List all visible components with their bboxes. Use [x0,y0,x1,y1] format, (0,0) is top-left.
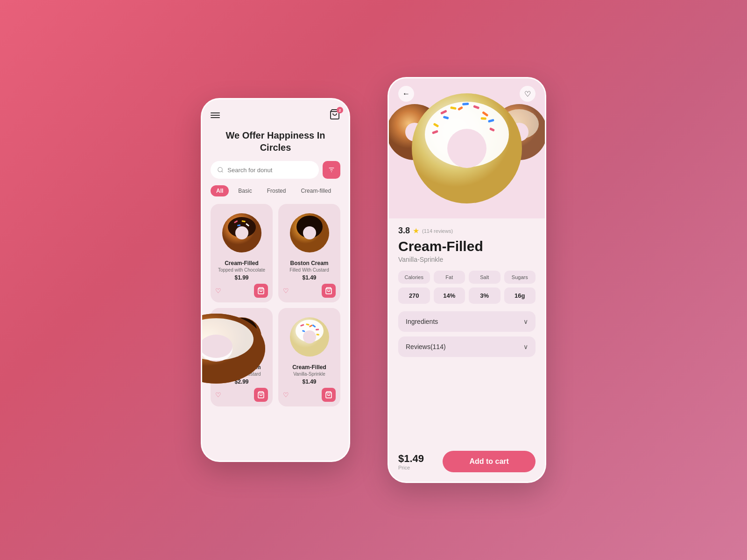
add-cart-btn-4[interactable] [322,388,336,402]
svg-rect-33 [316,329,319,330]
tab-all[interactable]: All [211,185,229,196]
product-price-4: $1.49 [283,378,336,385]
screens-container: 2 We Offer Happiness In Circles [201,77,546,483]
rating-value: 3.8 [398,226,410,236]
favorite-btn-4[interactable]: ♡ [283,391,289,399]
product-sub-1: Topped with Chocolate [215,267,268,273]
product-actions-4: ♡ [283,388,336,402]
svg-point-13 [235,226,248,239]
nutrition-header-sugars: Sugars [504,271,536,284]
product-name-1: Cream-Filled [215,260,268,266]
main-donut-image [409,90,525,207]
add-cart-btn-1[interactable] [254,284,268,298]
nutrition-value-sugars: 16g [504,287,536,304]
nutrition-header-salt: Salt [469,271,500,284]
svg-point-4 [201,335,233,358]
detail-content: 3.8 ★ (114 reviews) Cream-Filled Vanilla… [389,218,545,444]
svg-point-6 [218,168,223,172]
tab-basic[interactable]: Basic [233,185,257,196]
product-name-2: Boston Cream [283,260,336,266]
svg-point-21 [303,226,316,239]
product-actions-2: ♡ [283,284,336,298]
chevron-down-icon-2: ∨ [523,343,528,350]
phone-header: 2 [211,109,340,122]
nutrition-grid: Calories Fat Salt Sugars 270 14% 3% 16g [398,271,536,304]
accordion-reviews[interactable]: Reviews(114) ∨ [398,336,536,357]
phone-right: ← ♡ [388,77,546,483]
detail-footer: $1.49 Price Add to cart [389,444,545,482]
footer-price-label: Price [398,465,435,470]
rating-row: 3.8 ★ (114 reviews) [398,226,536,236]
search-input[interactable] [227,167,312,174]
accordion-reviews-label: Reviews(114) [406,343,446,350]
favorite-btn-3[interactable]: ♡ [215,391,221,399]
floating-donut [201,302,268,386]
nutrition-value-fat: 14% [434,287,465,304]
footer-price: $1.49 [398,453,435,465]
search-icon [217,166,224,174]
svg-point-29 [303,330,316,343]
cart-badge: 2 [337,107,343,113]
nutrition-header-fat: Fat [434,271,465,284]
product-card-2[interactable]: Boston Cream Filled With Custard $1.49 ♡ [278,204,340,302]
add-cart-btn-2[interactable] [322,284,336,298]
back-button[interactable]: ← [398,86,414,102]
tab-frosted[interactable]: Frosted [261,185,292,196]
search-row [211,161,340,179]
search-box[interactable] [211,161,319,179]
product-image-2 [283,210,336,256]
product-card-1[interactable]: Cream-Filled Topped with Chocolate $1.99… [211,204,273,302]
review-count: (114 reviews) [422,228,453,234]
nutrition-header-calories: Calories [398,271,430,284]
add-cart-btn-3[interactable] [254,388,268,402]
product-actions-1: ♡ [215,284,268,298]
product-price-1: $1.99 [215,274,268,281]
price-section: $1.49 Price [398,453,435,470]
nutrition-value-salt: 3% [469,287,500,304]
add-to-cart-button[interactable]: Add to cart [443,451,536,472]
svg-point-42 [447,129,486,168]
cart-icon-wrap[interactable]: 2 [329,109,340,122]
product-sub-4: Vanilla-Sprinkle [283,371,336,377]
category-tabs: All Basic Frosted Cream-filled Cruller L… [211,185,340,196]
nutrition-value-calories: 270 [398,287,430,304]
detail-image-area: ← ♡ [389,78,545,218]
detail-product-name: Cream-Filled [398,238,536,254]
product-sub-2: Filled With Custard [283,267,336,273]
product-name-4: Cream-Filled [283,364,336,371]
phone-left: 2 We Offer Happiness In Circles [201,98,350,462]
app-title: We Offer Happiness In Circles [211,129,340,154]
product-image-4 [283,314,336,360]
filter-icon [328,166,335,174]
favorite-button[interactable]: ♡ [520,86,536,102]
favorite-btn-1[interactable]: ♡ [215,287,221,294]
accordion-ingredients-label: Ingredients [406,318,438,325]
chevron-down-icon: ∨ [523,318,528,325]
favorite-btn-2[interactable]: ♡ [283,287,289,294]
detail-header: ← ♡ [389,86,545,102]
product-image-1 [215,210,268,256]
product-actions-3: ♡ [215,388,268,402]
svg-rect-53 [481,117,486,120]
product-card-4[interactable]: Cream-Filled Vanilla-Sprinkle $1.49 ♡ [278,308,340,406]
detail-product-subtitle: Vanilla-Sprinkle [398,256,536,263]
accordion-ingredients[interactable]: Ingredients ∨ [398,311,536,332]
menu-icon[interactable] [211,112,220,118]
filter-button[interactable] [323,161,340,179]
tab-cream-filled[interactable]: Cream-filled [295,185,337,196]
product-price-2: $1.49 [283,274,336,281]
rating-star: ★ [413,226,419,235]
